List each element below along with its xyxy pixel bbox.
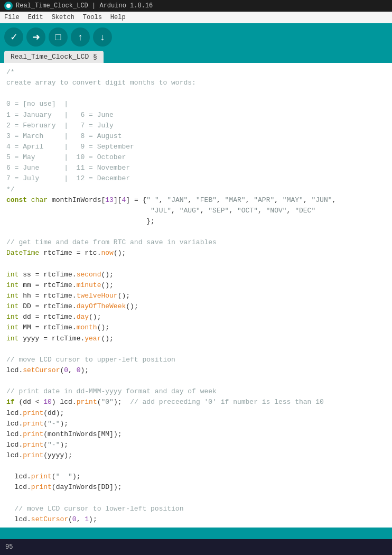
title-bar: Real_Time_Clock_LCD | Arduino 1.8.16 xyxy=(0,0,392,12)
menu-bar: File Edit Sketch Tools Help xyxy=(0,12,392,23)
toolbar: ✓ ➜ □ ↑ ↓ xyxy=(0,23,392,51)
arduino-logo xyxy=(4,2,13,10)
open-button[interactable]: ↑ xyxy=(71,27,90,47)
menu-help[interactable]: Help xyxy=(110,14,126,21)
upload-button[interactable]: ➜ xyxy=(26,27,45,47)
new-button[interactable]: □ xyxy=(49,27,68,47)
code-content: /* create array to convert digit months … xyxy=(6,67,386,555)
line-number: 95 xyxy=(5,543,13,551)
save-button[interactable]: ↓ xyxy=(93,27,112,47)
verify-button[interactable]: ✓ xyxy=(4,27,23,47)
menu-sketch[interactable]: Sketch xyxy=(52,14,74,21)
window-title: Real_Time_Clock_LCD | Arduino 1.8.16 xyxy=(16,2,153,10)
bottom-bar: 95 xyxy=(0,539,392,555)
code-editor[interactable]: /* create array to convert digit months … xyxy=(0,63,392,555)
tab-bar: Real_Time_Clock_LCD § xyxy=(0,51,392,63)
menu-edit[interactable]: Edit xyxy=(28,14,43,21)
main-tab[interactable]: Real_Time_Clock_LCD § xyxy=(4,51,104,63)
tab-label: Real_Time_Clock_LCD § xyxy=(11,53,97,61)
menu-file[interactable]: File xyxy=(4,14,20,21)
status-bar xyxy=(0,528,392,539)
menu-tools[interactable]: Tools xyxy=(83,14,102,21)
